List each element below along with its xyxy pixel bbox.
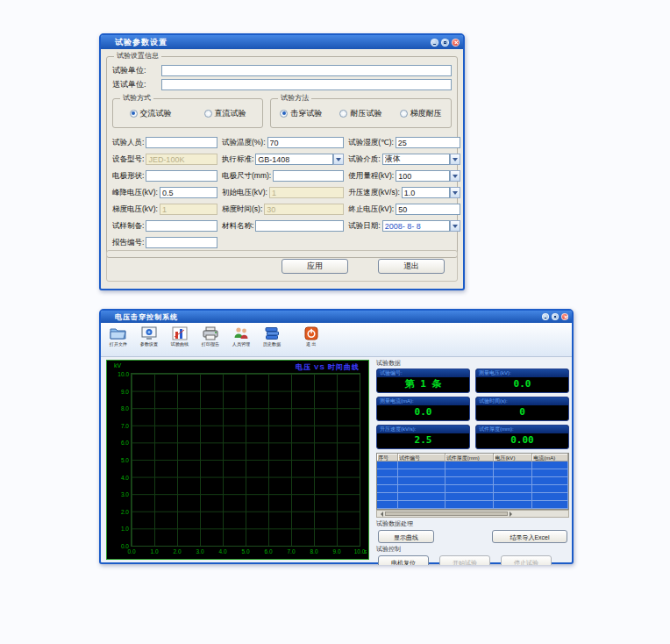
toolbar-item-4[interactable]: 人员管理	[227, 325, 255, 349]
dropdown-button[interactable]	[450, 220, 460, 232]
param-field-2: 试验湿度(℃):	[348, 137, 460, 148]
window-controls	[542, 313, 568, 320]
table-cell	[532, 462, 568, 469]
field-input-wrap	[396, 204, 460, 215]
table-row[interactable]	[377, 469, 568, 477]
toolbar-item-label: 打开文件	[110, 341, 127, 348]
table-cell	[445, 469, 495, 477]
table-header-cell[interactable]: 试件厚度(mm)	[445, 454, 495, 462]
stop-test-button: 停止试验	[501, 555, 552, 565]
field-input[interactable]	[396, 204, 460, 215]
radio-icon	[130, 110, 138, 118]
exit-button[interactable]: 退出	[378, 259, 445, 274]
field-input-wrap	[267, 137, 345, 148]
field-input[interactable]	[160, 187, 217, 198]
field-input[interactable]	[273, 170, 344, 182]
test-method-group: 试验方法 击穿试验耐压试验梯度耐压	[270, 98, 452, 128]
minimize-icon[interactable]	[431, 39, 438, 47]
field-label: 梯度时间(s):	[222, 204, 262, 215]
unit-input[interactable]	[161, 79, 452, 90]
table-row[interactable]	[377, 485, 568, 493]
show-curve-button[interactable]: 显示曲线	[378, 530, 434, 543]
radio-option[interactable]: 交流试验	[130, 108, 172, 119]
x-axis-tick: 5.0	[241, 548, 249, 555]
radio-option[interactable]: 耐压试验	[339, 108, 381, 119]
toolbar-item-0[interactable]: 打开文件	[104, 325, 132, 349]
table-cell	[532, 493, 568, 501]
table-row[interactable]	[377, 493, 568, 501]
field-input[interactable]	[382, 154, 450, 165]
apply-button[interactable]: 应用	[282, 259, 348, 274]
scrollbar-thumb[interactable]	[385, 512, 508, 516]
minimize-icon[interactable]	[542, 313, 549, 320]
field-input[interactable]	[255, 220, 344, 232]
table-header-cell[interactable]: 电流(mA)	[532, 454, 568, 462]
field-label: 材料名称:	[222, 221, 253, 232]
table-header-cell[interactable]: 试件编号	[398, 454, 445, 462]
field-input[interactable]	[396, 170, 450, 182]
field-input[interactable]	[382, 220, 450, 232]
scroll-right-icon[interactable]	[510, 512, 515, 517]
table-cell	[494, 469, 532, 477]
close-icon[interactable]	[561, 313, 568, 320]
field-input-wrap	[146, 220, 217, 232]
control-window-content: kV 电压 VS 时间曲线 s 10.09.08.07.06.05.04.03.…	[101, 357, 572, 565]
field-input[interactable]	[146, 170, 217, 182]
data-panel-title: 试验数据	[376, 359, 571, 368]
field-label: 报告编号:	[112, 238, 144, 248]
desktop: 试验参数设置 试验设置信息 试验单位:送试单位: 试验方式 交流试验直流试验 试…	[0, 0, 670, 644]
horizontal-scrollbar[interactable]	[376, 510, 569, 518]
table-cell	[494, 493, 532, 501]
dropdown-button[interactable]	[450, 154, 460, 165]
value-box-value: 0.00	[476, 433, 568, 447]
radio-option[interactable]: 梯度耐压	[400, 108, 442, 119]
x-axis-tick: 1.0	[150, 548, 158, 555]
maximize-icon[interactable]	[552, 313, 559, 320]
scroll-left-icon[interactable]	[378, 512, 383, 517]
toolbar-item-5[interactable]: 历史数据	[258, 325, 286, 349]
table-row[interactable]	[377, 477, 568, 485]
close-icon[interactable]	[452, 39, 460, 47]
y-axis-tick: 3.0	[121, 491, 132, 497]
param-field-6: 电极形状:	[112, 170, 217, 182]
param-field-9: 峰降电压(kV):	[112, 187, 217, 198]
table-header-cell[interactable]: 序号	[377, 454, 398, 462]
maximize-icon[interactable]	[441, 39, 449, 47]
field-input[interactable]	[396, 137, 460, 148]
table-cell	[494, 485, 532, 493]
chart-title: 电压 VS 时间曲线	[296, 362, 360, 372]
dropdown-button[interactable]	[450, 187, 460, 198]
x-axis-tick: 10.0	[354, 548, 366, 555]
table-row[interactable]	[377, 462, 568, 469]
dropdown-button[interactable]	[333, 154, 344, 165]
y-axis-tick: 10.0	[118, 371, 132, 377]
param-window-titlebar[interactable]: 试验参数设置	[101, 35, 463, 49]
field-label: 升压速度(kV/s):	[348, 188, 400, 198]
export-excel-button[interactable]: 结果导入Excel	[492, 530, 567, 543]
table-header-cell[interactable]: 电压(kV)	[494, 454, 532, 462]
x-axis-tick: 2.0	[173, 548, 181, 555]
field-input[interactable]	[146, 137, 217, 148]
param-field-10: 初始电压(kV):	[222, 187, 344, 198]
field-input[interactable]	[402, 187, 450, 198]
y-axis-tick: 6.0	[121, 440, 132, 446]
table-cell	[377, 493, 398, 501]
field-input-wrap	[146, 137, 217, 148]
y-axis-tick: 9.0	[121, 388, 132, 394]
toolbar-item-6[interactable]: 退 出	[297, 325, 325, 349]
field-input[interactable]	[146, 220, 217, 232]
radio-option[interactable]: 击穿试验	[280, 108, 322, 119]
dropdown-button[interactable]	[450, 170, 460, 182]
field-input[interactable]	[255, 154, 333, 165]
radio-icon	[280, 110, 288, 118]
motor-reset-button[interactable]: 电机复位	[378, 555, 429, 565]
toolbar-item-1[interactable]: 参数设置	[135, 325, 163, 349]
radio-option[interactable]: 直流试验	[204, 108, 246, 119]
control-window-titlebar[interactable]: 电压击穿控制系统	[101, 311, 572, 323]
field-input[interactable]	[146, 237, 217, 248]
toolbar-item-3[interactable]: 打印报告	[196, 325, 225, 349]
unit-input[interactable]	[161, 65, 452, 76]
table-row[interactable]	[377, 501, 568, 509]
toolbar-item-2[interactable]: 试验曲线	[166, 325, 194, 349]
field-input[interactable]	[267, 137, 345, 148]
